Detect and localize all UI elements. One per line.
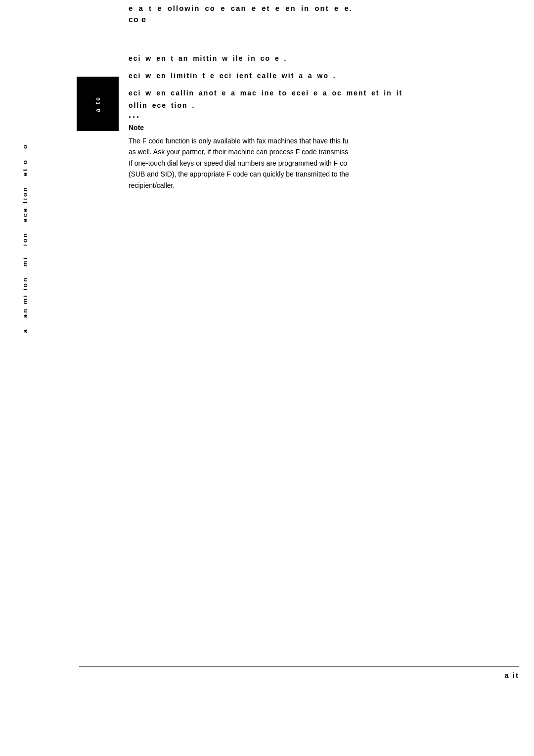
left-tab: a te [77, 77, 119, 131]
note-text-1: The F code function is only available wi… [129, 137, 348, 145]
bottom-separator-line [79, 667, 519, 667]
sidebar-text-6: a [21, 328, 29, 333]
sidebar-text-5: an mi ion [21, 276, 29, 318]
note-section: Note The F code function is only availab… [129, 124, 519, 191]
dots: ... [129, 110, 140, 120]
sidebar-text-2: ece tion [21, 186, 29, 222]
header-area: e a t e ollowin co e can e et e en in on… [129, 0, 519, 33]
note-label: Note [129, 124, 519, 132]
note-text-5: recipient/caller. [129, 181, 175, 189]
sidebar-text-4: mi [21, 256, 29, 267]
note-text-3: If one-touch dial keys or speed dial num… [129, 159, 347, 167]
note-text: The F code function is only available wi… [129, 135, 519, 191]
note-text-2: as well. Ask your partner, if their mach… [129, 148, 348, 156]
sidebar-vertical: o et o ece tion ion mi an mi ion a [10, 143, 40, 343]
spec-line-2-container: eci w en limitin t e eci ient calle wit … [129, 72, 519, 88]
note-text-4: (SUB and SID), the appropriate F code ca… [129, 170, 349, 178]
spec-line-3: eci w en callin anot e a mac ine to ecei… [129, 89, 519, 97]
spec-line-3b: ollin ece tion . [129, 101, 519, 109]
header-line2: co e [129, 15, 519, 24]
spec-line-2: eci w en limitin t e eci ient calle wit … [129, 72, 519, 80]
sidebar-text-0: o [21, 143, 29, 149]
spec-line-3b-container: ollin ece tion . [129, 101, 519, 117]
dots-section: ... [129, 110, 140, 120]
bottom-page-label: a it [504, 671, 519, 679]
spec-line-1: eci w en t an mittin w ile in co e . [129, 54, 519, 62]
left-tab-text: a te [94, 96, 101, 112]
page-container: e a t e ollowin co e can e et e en in on… [0, 0, 534, 756]
spec-line-1-container: eci w en t an mittin w ile in co e . [129, 54, 519, 70]
sidebar-text-3: ion [21, 232, 29, 246]
sidebar-text-1: et o [21, 159, 29, 176]
header-line1: e a t e ollowin co e can e et e en in on… [129, 4, 519, 12]
